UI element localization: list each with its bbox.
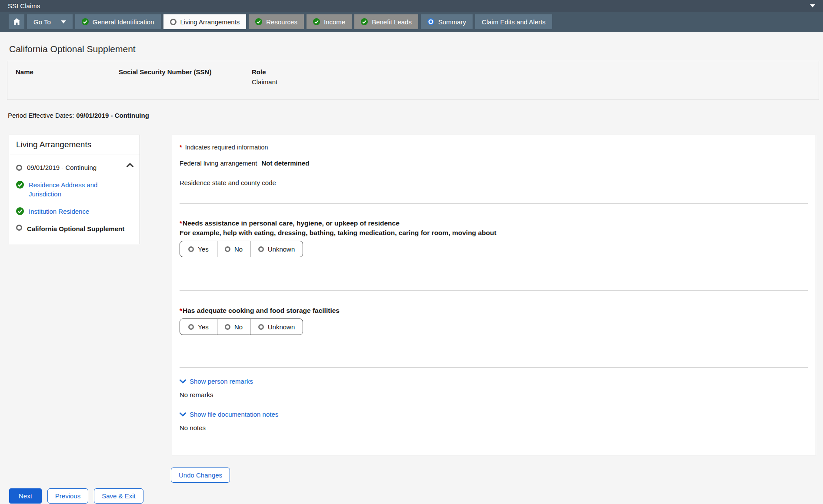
go-to-dropdown[interactable]: Go To	[27, 14, 73, 29]
tab-label: General Identification	[93, 18, 154, 26]
show-person-remarks-toggle[interactable]: Show person remarks	[180, 378, 253, 385]
chevron-down-icon	[180, 379, 186, 384]
required-asterisk-icon: *	[180, 307, 182, 314]
radio-circle-icon	[16, 165, 22, 171]
divider	[180, 290, 808, 291]
radio-circle-icon	[16, 225, 22, 231]
divider	[180, 367, 808, 368]
person-summary-table: Name Social Security Number (SSN) Role C…	[7, 61, 819, 100]
chevron-down-icon	[180, 412, 186, 417]
tab-summary[interactable]: Summary	[421, 14, 473, 29]
check-circle-icon	[16, 181, 24, 189]
radio-option-label: No	[234, 245, 243, 253]
tab-income[interactable]: Income	[307, 14, 352, 29]
column-header-ssn: Social Security Number (SSN)	[119, 68, 252, 76]
living-arrangements-card: Living Arrangements 09/01/2019 - Continu…	[9, 135, 140, 244]
collapse-caret-icon[interactable]	[810, 4, 815, 7]
check-circle-icon	[255, 18, 262, 25]
required-note-text: Indicates required information	[185, 144, 268, 151]
residence-code-label: Residence state and county code	[180, 179, 808, 186]
sidebar-item-label[interactable]: Residence Address and Jurisdiction	[29, 180, 118, 199]
federal-living-arrangement: Federal living arrangementNot determined	[180, 159, 808, 167]
tab-benefit-leads[interactable]: Benefit Leads	[354, 14, 418, 29]
question-title-text: Needs assistance in personal care, hygie…	[183, 219, 400, 227]
undo-changes-button[interactable]: Undo Changes	[171, 468, 230, 483]
page-title: California Optional Supplement	[9, 44, 823, 54]
question-1-title: *Needs assistance in personal care, hygi…	[180, 219, 808, 228]
tab-living-arrangements[interactable]: Living Arrangements	[163, 14, 247, 29]
form-panel: *Indicates required information Federal …	[172, 135, 816, 455]
radio-circle-icon	[258, 246, 264, 252]
sidebar-item-label[interactable]: Institution Residence	[29, 207, 89, 216]
radio-option-label: Yes	[198, 245, 208, 253]
radio-option-label: No	[234, 323, 243, 331]
radio-circle-icon	[188, 324, 194, 330]
fla-value: Not determined	[261, 159, 309, 167]
next-button[interactable]: Next	[9, 488, 42, 504]
period-value: 09/01/2019 - Continuing	[76, 112, 149, 119]
toggle-label: Show person remarks	[190, 378, 253, 385]
home-button[interactable]	[9, 14, 24, 29]
radio-circle-icon	[225, 246, 230, 252]
tab-resources[interactable]: Resources	[249, 14, 304, 29]
period-label: Period Effective Dates:	[8, 112, 74, 119]
required-asterisk-icon: *	[180, 144, 182, 151]
home-icon	[13, 18, 20, 25]
question-2-title: *Has adequate cooking and food storage f…	[180, 306, 808, 315]
sidebar-item-period[interactable]: 09/01/2019 - Continuing	[16, 163, 133, 172]
radio-option-no[interactable]: No	[217, 241, 250, 257]
sidebar-item-institution-residence[interactable]: Institution Residence	[16, 207, 133, 216]
app-title-bar: SSI Claims	[0, 0, 823, 12]
check-circle-icon	[313, 18, 320, 25]
radio-option-label: Yes	[198, 323, 208, 331]
card-title: Living Arrangements	[9, 135, 140, 155]
tab-general-identification[interactable]: General Identification	[75, 14, 161, 29]
required-info-note: *Indicates required information	[180, 144, 808, 151]
sidebar-item-residence-address[interactable]: Residence Address and Jurisdiction	[16, 180, 133, 199]
remarks-content: No remarks	[180, 391, 808, 398]
in-progress-circle-icon	[427, 18, 434, 25]
sidebar-item-label: 09/01/2019 - Continuing	[27, 163, 97, 172]
go-to-label: Go To	[33, 18, 51, 26]
question-1-radio-group: Yes No Unknown	[180, 241, 303, 257]
question-title-text: Has adequate cooking and food storage fa…	[183, 307, 340, 314]
column-header-role: Role	[252, 68, 819, 76]
check-circle-icon	[16, 207, 24, 215]
radio-option-yes[interactable]: Yes	[180, 319, 217, 335]
person-role-value: Claimant	[252, 78, 819, 86]
radio-circle-icon	[170, 19, 177, 25]
question-1-hint: For example, help with eating, dressing,…	[180, 228, 808, 237]
radio-option-yes[interactable]: Yes	[180, 241, 217, 257]
chevron-up-icon[interactable]	[127, 163, 133, 167]
previous-button[interactable]: Previous	[47, 488, 88, 504]
fla-label: Federal living arrangement	[180, 159, 257, 167]
radio-circle-icon	[225, 324, 230, 330]
sidebar-item-california-optional-supplement[interactable]: California Optional Supplement	[16, 224, 133, 233]
radio-option-no[interactable]: No	[217, 319, 250, 335]
sidebar-item-label: California Optional Supplement	[27, 224, 124, 233]
save-exit-button[interactable]: Save & Exit	[94, 488, 143, 504]
app-title: SSI Claims	[8, 2, 40, 10]
radio-option-unknown[interactable]: Unknown	[250, 319, 303, 335]
check-circle-icon	[361, 18, 368, 25]
radio-option-label: Unknown	[268, 323, 295, 331]
notes-content: No notes	[180, 424, 808, 431]
tab-label: Resources	[266, 18, 297, 26]
tab-label: Claim Edits and Alerts	[482, 18, 546, 26]
show-file-documentation-notes-toggle[interactable]: Show file documentation notes	[180, 411, 278, 418]
radio-circle-icon	[188, 246, 194, 252]
radio-option-unknown[interactable]: Unknown	[250, 241, 303, 257]
column-header-name: Name	[16, 68, 119, 76]
tab-label: Benefit Leads	[372, 18, 412, 26]
check-circle-icon	[82, 18, 89, 25]
period-effective-dates: Period Effective Dates:09/01/2019 - Cont…	[8, 112, 823, 119]
question-2-radio-group: Yes No Unknown	[180, 318, 303, 335]
chevron-down-icon	[61, 20, 66, 23]
tab-claim-edits-and-alerts[interactable]: Claim Edits and Alerts	[475, 14, 552, 29]
radio-circle-icon	[258, 324, 264, 330]
tab-label: Summary	[438, 18, 466, 26]
tab-label: Living Arrangements	[180, 18, 240, 26]
radio-option-label: Unknown	[268, 245, 295, 253]
tab-label: Income	[324, 18, 345, 26]
toggle-label: Show file documentation notes	[190, 411, 278, 418]
